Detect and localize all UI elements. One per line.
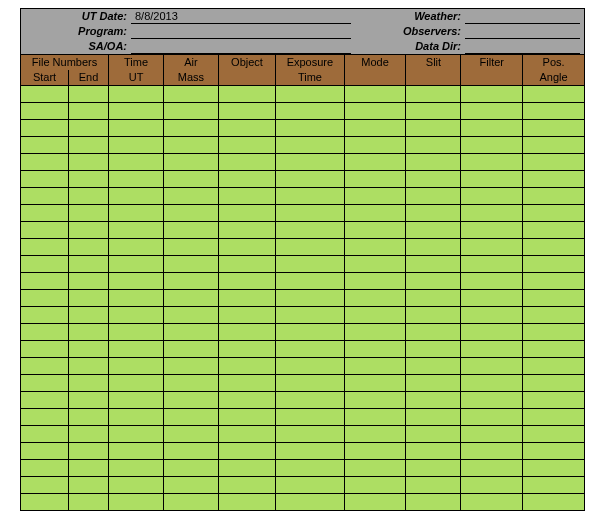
cell[interactable] xyxy=(523,358,585,375)
cell[interactable] xyxy=(109,171,164,188)
cell[interactable] xyxy=(461,137,523,154)
cell[interactable] xyxy=(218,375,275,392)
cell[interactable] xyxy=(218,494,275,511)
cell[interactable] xyxy=(163,273,218,290)
cell[interactable] xyxy=(69,358,109,375)
cell[interactable] xyxy=(344,494,406,511)
cell[interactable] xyxy=(109,256,164,273)
cell[interactable] xyxy=(218,460,275,477)
cell[interactable] xyxy=(461,324,523,341)
cell[interactable] xyxy=(406,477,461,494)
cell[interactable] xyxy=(344,443,406,460)
cell[interactable] xyxy=(21,188,69,205)
cell[interactable] xyxy=(523,494,585,511)
cell[interactable] xyxy=(276,137,345,154)
cell[interactable] xyxy=(109,137,164,154)
cell[interactable] xyxy=(69,120,109,137)
cell[interactable] xyxy=(218,137,275,154)
cell[interactable] xyxy=(344,256,406,273)
cell[interactable] xyxy=(218,86,275,103)
cell[interactable] xyxy=(523,205,585,222)
cell[interactable] xyxy=(163,494,218,511)
cell[interactable] xyxy=(276,443,345,460)
cell[interactable] xyxy=(163,256,218,273)
cell[interactable] xyxy=(523,307,585,324)
cell[interactable] xyxy=(406,273,461,290)
cell[interactable] xyxy=(109,443,164,460)
cell[interactable] xyxy=(523,154,585,171)
cell[interactable] xyxy=(523,426,585,443)
cell[interactable] xyxy=(218,120,275,137)
cell[interactable] xyxy=(344,86,406,103)
cell[interactable] xyxy=(21,86,69,103)
value-program[interactable] xyxy=(131,24,351,39)
cell[interactable] xyxy=(523,103,585,120)
cell[interactable] xyxy=(344,375,406,392)
cell[interactable] xyxy=(523,460,585,477)
cell[interactable] xyxy=(461,426,523,443)
cell[interactable] xyxy=(406,290,461,307)
cell[interactable] xyxy=(344,205,406,222)
cell[interactable] xyxy=(276,239,345,256)
cell[interactable] xyxy=(163,324,218,341)
cell[interactable] xyxy=(461,341,523,358)
cell[interactable] xyxy=(69,154,109,171)
cell[interactable] xyxy=(163,375,218,392)
cell[interactable] xyxy=(276,120,345,137)
cell[interactable] xyxy=(163,426,218,443)
cell[interactable] xyxy=(109,358,164,375)
cell[interactable] xyxy=(21,324,69,341)
cell[interactable] xyxy=(218,154,275,171)
cell[interactable] xyxy=(69,324,109,341)
cell[interactable] xyxy=(21,341,69,358)
cell[interactable] xyxy=(461,477,523,494)
cell[interactable] xyxy=(406,205,461,222)
cell[interactable] xyxy=(69,273,109,290)
value-weather[interactable] xyxy=(465,9,580,24)
cell[interactable] xyxy=(109,120,164,137)
cell[interactable] xyxy=(523,188,585,205)
cell[interactable] xyxy=(523,409,585,426)
cell[interactable] xyxy=(406,460,461,477)
cell[interactable] xyxy=(163,103,218,120)
cell[interactable] xyxy=(406,171,461,188)
cell[interactable] xyxy=(523,86,585,103)
cell[interactable] xyxy=(69,86,109,103)
cell[interactable] xyxy=(523,273,585,290)
cell[interactable] xyxy=(461,307,523,324)
cell[interactable] xyxy=(218,426,275,443)
cell[interactable] xyxy=(523,290,585,307)
cell[interactable] xyxy=(109,494,164,511)
cell[interactable] xyxy=(163,341,218,358)
cell[interactable] xyxy=(461,375,523,392)
cell[interactable] xyxy=(218,477,275,494)
cell[interactable] xyxy=(276,341,345,358)
cell[interactable] xyxy=(163,460,218,477)
cell[interactable] xyxy=(69,494,109,511)
cell[interactable] xyxy=(21,477,69,494)
cell[interactable] xyxy=(461,443,523,460)
cell[interactable] xyxy=(21,443,69,460)
cell[interactable] xyxy=(344,188,406,205)
cell[interactable] xyxy=(109,154,164,171)
cell[interactable] xyxy=(406,137,461,154)
cell[interactable] xyxy=(461,273,523,290)
cell[interactable] xyxy=(344,103,406,120)
cell[interactable] xyxy=(109,307,164,324)
cell[interactable] xyxy=(406,375,461,392)
cell[interactable] xyxy=(109,324,164,341)
cell[interactable] xyxy=(109,460,164,477)
cell[interactable] xyxy=(276,477,345,494)
cell[interactable] xyxy=(163,137,218,154)
cell[interactable] xyxy=(109,103,164,120)
cell[interactable] xyxy=(406,392,461,409)
cell[interactable] xyxy=(109,477,164,494)
cell[interactable] xyxy=(461,494,523,511)
cell[interactable] xyxy=(163,307,218,324)
cell[interactable] xyxy=(461,188,523,205)
cell[interactable] xyxy=(461,239,523,256)
cell[interactable] xyxy=(461,120,523,137)
cell[interactable] xyxy=(21,375,69,392)
cell[interactable] xyxy=(276,256,345,273)
cell[interactable] xyxy=(344,409,406,426)
